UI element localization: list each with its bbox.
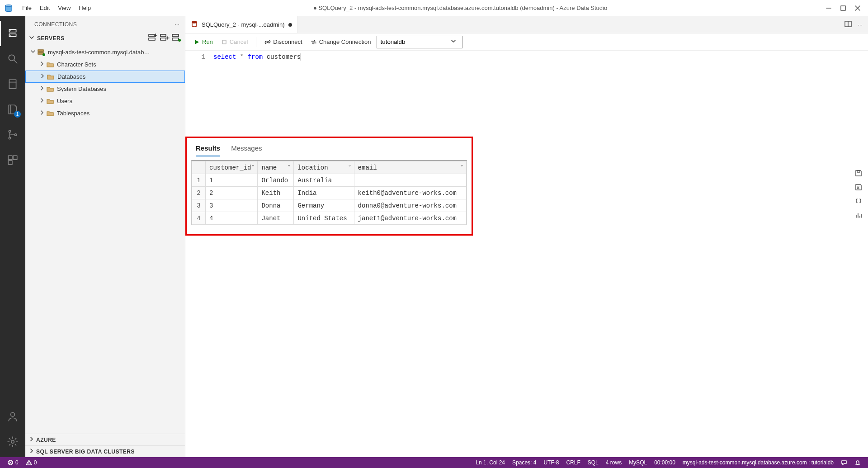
save-excel-icon[interactable] [854,183,863,193]
save-csv-icon[interactable] [854,169,863,179]
code-editor[interactable]: 1 select * from customers [185,51,868,137]
activity-explorer-icon[interactable]: 1 [0,97,25,122]
cell-location[interactable]: India [294,187,354,199]
cell-customer-id[interactable]: 2 [206,187,258,199]
chevron-down-icon[interactable]: ˅ [348,164,351,172]
col-location[interactable]: location˅ [294,161,354,174]
status-errors[interactable]: 0 [4,459,22,466]
menu-edit[interactable]: Edit [36,0,54,16]
table-row[interactable]: 22KeithIndiakeith0@adventure-works.com [192,187,467,199]
svg-rect-24 [172,34,179,37]
status-rows: 4 rows [602,459,625,466]
status-spaces[interactable]: Spaces: 4 [509,459,540,466]
cell-name[interactable]: Janet [258,212,294,225]
server-label: mysql-ads-test-common.mysql.database.az.… [48,49,152,56]
activity-extensions-icon[interactable] [0,147,25,173]
tree-node-tablespaces[interactable]: Tablespaces [25,107,185,119]
table-row[interactable]: 11OrlandoAustralia [192,174,467,187]
cell-email[interactable]: donna0@adventure-works.com [354,199,466,212]
status-eol[interactable]: CRLF [562,459,584,466]
activity-bar: 1 [0,16,25,457]
cancel-button[interactable]: Cancel [218,37,250,47]
status-server-type: MySQL [625,459,651,466]
maximize-icon[interactable] [840,5,846,11]
menu-file[interactable]: File [18,0,36,16]
cell-name[interactable]: Orlando [258,174,294,187]
cell-location[interactable]: Australia [294,174,354,187]
chart-icon[interactable] [854,211,863,221]
col-customer-id[interactable]: customer_id˅ [206,161,258,174]
status-ln-col[interactable]: Ln 1, Col 24 [472,459,509,466]
folder-icon [46,85,54,93]
tree-node-character-sets[interactable]: Character Sets [25,58,185,71]
status-language[interactable]: SQL [584,459,602,466]
menu-help[interactable]: Help [75,0,95,16]
active-connections-icon[interactable] [170,32,181,44]
chevron--icon [38,61,46,68]
col-name[interactable]: name˅ [258,161,294,174]
tab-results[interactable]: Results [196,144,220,156]
results-grid[interactable]: customer_id˅ name˅ location˅ email˅ 11Or… [191,160,467,225]
svg-rect-17 [149,38,155,40]
cell-location[interactable]: Germany [294,199,354,212]
folder-icon [47,73,55,81]
activity-search-icon[interactable] [0,46,25,71]
save-json-icon[interactable] [854,197,863,207]
chevron-down-icon[interactable]: ˅ [251,164,255,172]
col-email[interactable]: email˅ [354,161,466,174]
cell-email[interactable] [354,174,466,187]
more-icon[interactable]: ··· [175,21,179,28]
database-select[interactable] [377,36,462,48]
status-connection[interactable]: mysql-ads-test-common.mysql.database.azu… [679,459,837,466]
cell-customer-id[interactable]: 4 [206,212,258,225]
svg-rect-28 [38,52,43,54]
cell-customer-id[interactable]: 1 [206,174,258,187]
activity-notebooks-icon[interactable] [0,71,25,97]
cell-email[interactable]: janet1@adventure-works.com [354,212,466,225]
cell-name[interactable]: Donna [258,199,294,212]
menu-view[interactable]: View [54,0,75,16]
tree-server-node[interactable]: mysql-ads-test-common.mysql.database.az.… [25,46,185,58]
tree-node-databases[interactable]: Databases [25,71,185,83]
minimize-icon[interactable] [826,5,832,11]
status-warnings[interactable]: 0 [22,459,41,466]
section-label: SERVERS [37,35,65,42]
close-icon[interactable] [854,5,861,11]
sidebar-section-servers[interactable]: SERVERS [25,30,185,46]
cell-name[interactable]: Keith [258,187,294,199]
change-connection-button[interactable]: Change Connection [308,37,374,47]
editor-area: SQLQuery_2 - mysql-...oadmin) ··· Run Ca… [185,16,868,457]
new-group-icon[interactable] [159,32,170,44]
status-encoding[interactable]: UTF-8 [540,459,562,466]
split-editor-icon[interactable] [844,20,852,29]
activity-source-control-icon[interactable] [0,122,25,147]
cell-customer-id[interactable]: 3 [206,199,258,212]
chevron-right-icon [38,73,47,80]
row-number: 4 [192,212,206,225]
folder-icon [46,97,54,105]
sidebar-section-azure[interactable]: AZURE [25,434,185,445]
more-actions-icon[interactable]: ··· [858,21,863,28]
tree-node-system-databases[interactable]: System Databases [25,83,185,95]
svg-point-30 [192,21,197,23]
cell-email[interactable]: keith0@adventure-works.com [354,187,466,199]
editor-tab[interactable]: SQLQuery_2 - mysql-...oadmin) [185,16,298,33]
cell-location[interactable]: United States [294,212,354,225]
results-side-actions [854,169,863,221]
table-row[interactable]: 44JanetUnited Statesjanet1@adventure-wor… [192,212,467,225]
chevron-down-icon[interactable]: ˅ [460,164,463,172]
activity-account-icon[interactable] [0,404,25,429]
chevron-down-icon[interactable]: ˅ [288,164,291,172]
sidebar-section-bigdata[interactable]: SQL SERVER BIG DATA CLUSTERS [25,445,185,457]
svg-rect-34 [222,40,226,44]
status-bell-icon[interactable] [851,459,864,466]
disconnect-button[interactable]: Disconnect [262,37,305,47]
tab-messages[interactable]: Messages [231,144,262,156]
activity-settings-icon[interactable] [0,429,25,454]
status-feedback-icon[interactable] [837,459,851,466]
table-row[interactable]: 33DonnaGermanydonna0@adventure-works.com [192,199,467,212]
new-connection-icon[interactable] [147,32,158,44]
tree-node-users[interactable]: Users [25,95,185,107]
activity-connections-icon[interactable] [0,21,25,46]
run-button[interactable]: Run [191,37,216,47]
